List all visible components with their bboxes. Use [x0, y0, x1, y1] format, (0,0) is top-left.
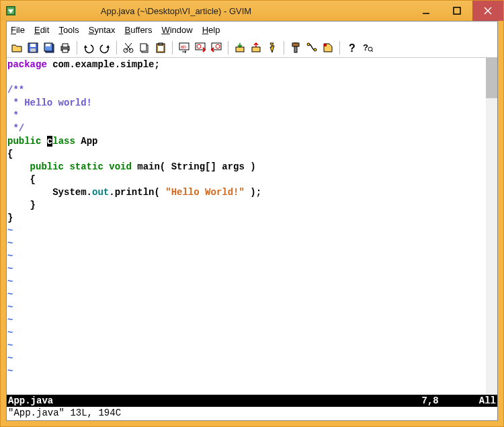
status-filename: App.java	[8, 395, 422, 406]
print-icon[interactable]	[58, 40, 73, 55]
make-icon[interactable]	[288, 40, 303, 55]
save-session-icon[interactable]	[249, 40, 263, 55]
undo-icon[interactable]	[81, 40, 96, 55]
svg-rect-11	[46, 44, 50, 46]
svg-point-34	[307, 43, 310, 46]
menu-help[interactable]: Help	[202, 25, 220, 35]
help-icon[interactable]: ?	[344, 40, 359, 55]
shell-icon[interactable]	[304, 40, 319, 55]
window-controls	[411, 1, 503, 21]
titlebar[interactable]: App.java (~\Desktop\VI_article) - GVIM	[1, 1, 503, 21]
svg-rect-8	[30, 48, 36, 52]
svg-rect-22	[159, 43, 163, 45]
svg-rect-33	[292, 43, 299, 46]
window-title: App.java (~\Desktop\VI_article) - GVIM	[22, 6, 411, 16]
statusbar: App.java 7,8 All	[7, 395, 497, 407]
svg-text:?: ?	[363, 42, 368, 52]
svg-rect-7	[30, 44, 36, 47]
cut-icon[interactable]	[121, 40, 136, 55]
save-all-icon[interactable]	[42, 40, 56, 55]
toolbar: ab ? ?	[7, 38, 497, 58]
menu-buffers[interactable]: Buffers	[124, 25, 152, 35]
status-scroll: All	[479, 395, 496, 406]
find-help-icon[interactable]: ?	[360, 40, 375, 55]
code-area[interactable]: package com.example.simple; /** * Hello …	[7, 58, 486, 395]
replace-icon[interactable]: ab	[177, 40, 192, 55]
window: App.java (~\Desktop\VI_article) - GVIM F…	[0, 0, 504, 427]
svg-rect-14	[62, 49, 68, 52]
command-line[interactable]: "App.java" 13L, 194C	[7, 407, 497, 420]
redo-icon[interactable]	[97, 40, 112, 55]
open-icon[interactable]	[9, 40, 24, 55]
copy-icon[interactable]	[137, 40, 152, 55]
svg-rect-13	[62, 44, 68, 47]
run-script-icon[interactable]	[265, 40, 280, 55]
close-button[interactable]	[472, 1, 503, 21]
editor: package com.example.simple; /** * Hello …	[7, 58, 497, 395]
menu-file[interactable]: File	[11, 25, 25, 35]
svg-point-35	[314, 48, 317, 51]
menu-tools[interactable]: Tools	[58, 25, 79, 35]
vertical-scrollbar[interactable]	[486, 58, 497, 395]
svg-rect-20	[140, 44, 146, 51]
save-icon[interactable]	[26, 40, 40, 55]
svg-rect-31	[252, 47, 260, 52]
tags-icon[interactable]	[321, 40, 335, 55]
svg-line-40	[372, 50, 373, 52]
app-icon	[5, 5, 17, 17]
scrollbar-thumb[interactable]	[486, 58, 497, 98]
svg-rect-36	[324, 44, 327, 46]
svg-text:ab: ab	[181, 44, 186, 49]
svg-line-18	[125, 43, 131, 50]
menu-edit[interactable]: Edit	[34, 25, 49, 35]
menubar: File Edit Tools Syntax Buffers Window He…	[7, 22, 497, 38]
menu-window[interactable]: Window	[161, 25, 192, 35]
minimize-button[interactable]	[411, 1, 442, 21]
find-prev-icon[interactable]	[209, 40, 224, 55]
find-next-icon[interactable]	[193, 40, 208, 55]
svg-rect-3	[454, 7, 460, 14]
load-session-icon[interactable]	[233, 40, 247, 55]
status-position: 7,8	[422, 395, 439, 406]
svg-text:?: ?	[349, 42, 355, 54]
cursor: c	[47, 136, 52, 147]
svg-rect-23	[158, 46, 163, 51]
menu-syntax[interactable]: Syntax	[89, 25, 116, 35]
client-area: File Edit Tools Syntax Buffers Window He…	[6, 21, 498, 421]
svg-line-17	[126, 43, 132, 50]
maximize-button[interactable]	[442, 1, 472, 21]
paste-icon[interactable]	[153, 40, 168, 55]
